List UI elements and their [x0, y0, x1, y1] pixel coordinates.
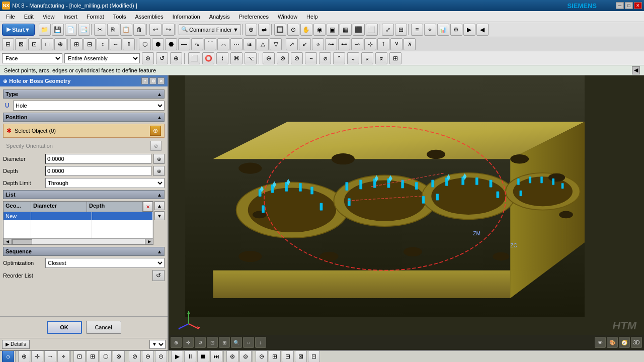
position-section-header[interactable]: Position ▲ — [3, 113, 165, 122]
taskbar-btn10[interactable]: ⊖ — [142, 350, 154, 362]
list-delete-button[interactable]: ✕ — [143, 202, 153, 212]
select-object-button[interactable]: ⊕ — [150, 126, 161, 136]
tb2-btn29[interactable]: ⊺ — [377, 38, 389, 50]
tb2-btn19[interactable]: ≋ — [244, 38, 256, 50]
vp-extra3[interactable]: ↕ — [255, 337, 266, 348]
tb-extra2[interactable]: ⚙ — [450, 24, 462, 36]
tb2-btn2[interactable]: ⊠ — [15, 38, 27, 50]
pan-btn[interactable]: ✋ — [300, 24, 312, 36]
tb2-btn25[interactable]: ⊶ — [325, 38, 337, 50]
menu-file[interactable]: File — [2, 13, 19, 21]
rotate-btn[interactable]: ⊙ — [287, 24, 299, 36]
tb-btn4[interactable]: 📑 — [78, 24, 90, 36]
tb2-btn9[interactable]: ↔ — [110, 38, 122, 50]
list-section-header[interactable]: List ▲ — [3, 190, 165, 199]
dialog-help-button[interactable]: ? — [141, 77, 148, 84]
taskbar-btn13[interactable]: ⏸ — [184, 350, 196, 362]
filter-extra9[interactable]: ⌅ — [361, 52, 373, 64]
filter-extra10[interactable]: ⌆ — [375, 52, 387, 64]
tb2-btn14[interactable]: — — [178, 38, 190, 50]
tb-btn-a[interactable]: ⇌ — [258, 24, 270, 36]
tb2-btn5[interactable]: ⊕ — [54, 38, 66, 50]
zoom-btn[interactable]: 🔲 — [274, 24, 286, 36]
menu-preferences[interactable]: Preferences — [235, 13, 273, 21]
tb2-btn11[interactable]: ⬡ — [139, 38, 151, 50]
command-finder[interactable]: 🔍 Command Finder ▼ — [179, 24, 241, 35]
delete-button[interactable]: 🗑 — [133, 24, 145, 36]
taskbar-btn11[interactable]: ⊙ — [155, 350, 167, 362]
tb-extra3[interactable]: ▶ — [463, 24, 475, 36]
taskbar-btn16[interactable]: ⊛ — [226, 350, 238, 362]
taskbar-btn20[interactable]: ⊟ — [282, 350, 294, 362]
taskbar-btn5[interactable]: ⊡ — [73, 350, 86, 362]
vp-view-btn[interactable]: 👁 — [595, 337, 606, 348]
ok-button[interactable]: OK — [47, 321, 82, 334]
copy-button[interactable]: ⎘ — [107, 24, 119, 36]
tb2-btn17[interactable]: ⌓ — [217, 38, 229, 50]
filter-paint-btn[interactable]: ⌘ — [230, 52, 243, 64]
taskbar-btn12[interactable]: ▶ — [171, 350, 183, 362]
statusbar-expand-btn[interactable]: ◀ — [632, 66, 640, 74]
filter-reset-btn[interactable]: ↺ — [156, 52, 168, 64]
depth-limit-dropdown[interactable]: Through — [45, 178, 165, 188]
tb2-btn23[interactable]: ↙ — [299, 38, 311, 50]
taskbar-btn15[interactable]: ⏭ — [210, 350, 222, 362]
vp-extra2[interactable]: ↔ — [243, 337, 254, 348]
taskbar-btn2[interactable]: ✛ — [31, 350, 43, 362]
menu-view[interactable]: View — [39, 13, 59, 21]
minimize-button[interactable]: ─ — [616, 2, 624, 9]
viewport[interactable]: ZM ZC HTM — [169, 75, 644, 350]
taskbar-btn21[interactable]: ⊠ — [295, 350, 307, 362]
cut-button[interactable]: ✂ — [94, 24, 106, 36]
taskbar-btn6[interactable]: ⊞ — [87, 350, 99, 362]
reorder-list-button[interactable]: ↺ — [152, 270, 165, 281]
taskbar-btn4[interactable]: ⌖ — [57, 350, 69, 362]
taskbar-btn9[interactable]: ⊘ — [129, 350, 141, 362]
dialog-settings-button[interactable]: ⚙ — [149, 77, 156, 84]
depth-input[interactable] — [45, 166, 151, 176]
details-button[interactable]: ▶ Details — [2, 340, 30, 349]
fit-btn[interactable]: ⤢ — [382, 24, 394, 36]
menu-insert[interactable]: Insert — [59, 13, 82, 21]
sequence-section-header[interactable]: Sequence ▲ — [3, 247, 165, 256]
snap-btn[interactable]: ⊕ — [245, 24, 257, 36]
close-button[interactable]: ✕ — [634, 2, 642, 9]
tb2-btn8[interactable]: ↕ — [97, 38, 109, 50]
specify-orientation-button[interactable]: ⊘ — [150, 141, 162, 151]
filter-extra8[interactable]: ⌄ — [347, 52, 359, 64]
maximize-button[interactable]: □ — [625, 2, 633, 9]
type-section-header[interactable]: Type ▲ — [3, 89, 165, 99]
tb2-btn15[interactable]: ∿ — [191, 38, 203, 50]
menu-analysis[interactable]: Analysis — [205, 13, 234, 21]
filter-circle-btn[interactable]: ⭕ — [202, 52, 214, 64]
vp-3d-btn[interactable]: 3D — [631, 337, 642, 348]
diameter-btn[interactable]: ⊕ — [153, 154, 165, 164]
tb-extra1[interactable]: ⊞ — [395, 24, 407, 36]
vp-zoom-btn[interactable]: 🔍 — [231, 337, 242, 348]
vp-snap-btn[interactable]: ⊕ — [171, 337, 182, 348]
tb2-btn16[interactable]: ⌒ — [204, 38, 216, 50]
filter-extra6[interactable]: ⌀ — [319, 52, 331, 64]
taskbar-btn22[interactable]: ⊡ — [308, 350, 320, 362]
taskbar-btn17[interactable]: ⊜ — [239, 350, 252, 362]
cancel-button[interactable]: Cancel — [86, 321, 121, 334]
select-btn[interactable]: ⬛ — [353, 24, 365, 36]
filter-extra2[interactable]: ⊖ — [263, 52, 275, 64]
vp-nav-btn[interactable]: 🧭 — [619, 337, 630, 348]
layer-settings-btn[interactable]: ⊼ — [404, 38, 416, 50]
tb2-btn10[interactable]: ⇑ — [123, 38, 135, 50]
save-button[interactable]: 💾 — [52, 24, 64, 36]
taskbar-btn7[interactable]: ⬡ — [100, 350, 112, 362]
tb-btn3[interactable]: 📄 — [65, 24, 77, 36]
diameter-input[interactable] — [45, 154, 151, 164]
redo-button[interactable]: ↪ — [163, 24, 175, 36]
taskbar-btn1[interactable]: ⊕ — [18, 350, 30, 362]
work-btn[interactable]: ⬜ — [366, 24, 378, 36]
filter-type-select[interactable]: Face — [2, 53, 62, 63]
wcs-btn[interactable]: ⌖ — [424, 24, 436, 36]
tb2-btn26[interactable]: ⊷ — [338, 38, 350, 50]
paste-button[interactable]: 📋 — [120, 24, 132, 36]
taskbar-btn19[interactable]: ⊞ — [269, 350, 281, 362]
filter-extra5[interactable]: ⌁ — [305, 52, 317, 64]
tb-extra4[interactable]: ◀ — [476, 24, 489, 36]
